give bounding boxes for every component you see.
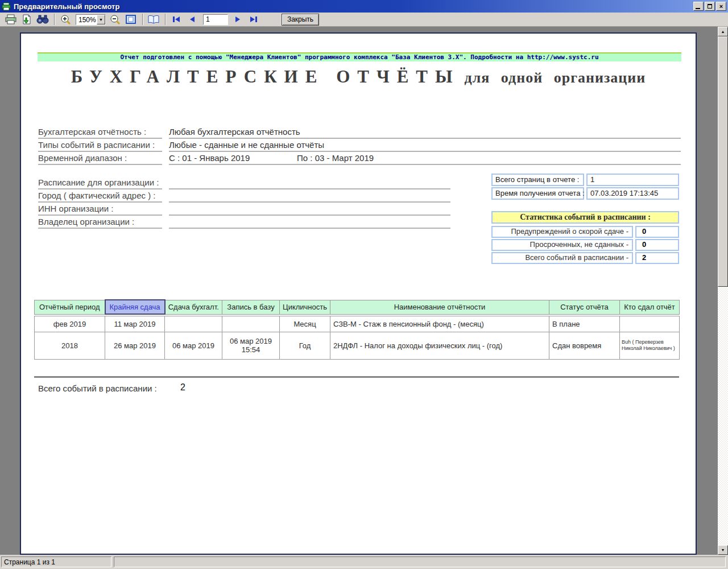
filter-label-event-types: Типы событий в расписании :: [38, 139, 162, 152]
title-bar: Предварительный просмотр ×: [0, 0, 728, 13]
col-header-report-status: Статус отчёта: [549, 300, 620, 314]
org-value-inn: [169, 203, 450, 216]
zoom-in-icon: [60, 14, 71, 24]
first-page-button[interactable]: [169, 13, 184, 26]
minimize-icon: [696, 8, 700, 9]
org-label-schedule: Расписание для организации :: [38, 177, 162, 189]
cell-deadline: 26 мар 2019: [105, 332, 165, 359]
printer-icon: [5, 14, 16, 24]
stats-header: Статистика событий в расписании :: [491, 211, 679, 224]
next-page-button[interactable]: [230, 13, 245, 26]
cell-submitted-by: Buh ( Переверзев Николай Николаевич ): [620, 332, 680, 359]
toolbar: 150% ▼: [0, 13, 728, 27]
prev-page-icon: [189, 16, 195, 23]
filter-value-date-range: С : 01 - Январь 2019 По : 03 - Март 2019: [169, 152, 681, 165]
cell-accounting-submit: 06 мар 2019: [165, 332, 222, 359]
footer-divider: [34, 376, 679, 378]
schedule-table: Отчётный период Крайняя сдача Сдача бухг…: [34, 299, 680, 360]
zoom-level-combo[interactable]: 150% ▼: [76, 14, 106, 25]
window-title: Предварительный просмотр: [14, 2, 693, 11]
org-label-inn: ИНН организации :: [38, 203, 162, 216]
org-label-owner: Владелец организации :: [38, 216, 162, 229]
print-button[interactable]: [3, 13, 18, 26]
org-value-city: [169, 190, 450, 203]
status-bar: Страница 1 из 1: [0, 555, 728, 569]
export-button[interactable]: [19, 13, 34, 26]
col-header-report-name: Наименование отчётности: [330, 300, 549, 314]
whole-page-button[interactable]: [123, 13, 138, 26]
report-time-value: 07.03.2019 17:13:45: [586, 187, 679, 200]
toolbar-separator: [142, 14, 143, 25]
scroll-down-button[interactable]: ▼: [718, 545, 728, 555]
close-icon: ×: [719, 3, 723, 10]
restore-icon: [708, 4, 712, 9]
minimize-button[interactable]: [693, 2, 704, 11]
cell-cycle: Месяц: [280, 316, 330, 332]
table-header-row: Отчётный период Крайняя сдача Сдача бухг…: [35, 300, 680, 314]
org-value-owner: [169, 216, 450, 229]
report-banner: Отчет подготовлен с помощью "Менеджера К…: [38, 52, 681, 61]
col-header-deadline-sorted: Крайняя сдача: [105, 300, 165, 314]
filter-value-event-types: Любые - сданные и не сданные отчёты: [169, 139, 681, 152]
toolbar-separator: [165, 14, 166, 25]
report-page: Отчет подготовлен с помощью "Менеджера К…: [20, 32, 697, 555]
prev-page-button[interactable]: [185, 13, 200, 26]
cell-submitted-by: [620, 316, 680, 332]
col-header-accounting-submit: Сдача бухгалт.: [165, 300, 222, 314]
next-page-icon: [235, 16, 241, 23]
scrollbar-thumb[interactable]: [718, 36, 728, 287]
preview-window: Предварительный просмотр ×: [0, 0, 728, 569]
page-export-icon: [22, 14, 32, 24]
restore-button[interactable]: [705, 2, 715, 11]
first-page-icon: [172, 16, 180, 23]
close-window-button[interactable]: ×: [716, 2, 726, 11]
vertical-scrollbar[interactable]: ▲ ▼: [718, 27, 728, 555]
preview-workspace: Отчет подготовлен с помощью "Менеджера К…: [0, 27, 728, 555]
stats-overdue-value: 0: [635, 239, 679, 251]
cell-cycle: Год: [280, 332, 330, 359]
cell-accounting-submit: [165, 316, 222, 332]
cell-status: В плане: [549, 316, 620, 332]
stats-overdue-label: Просроченных, не сданных -: [491, 239, 633, 251]
table-row: 2018 26 мар 2019 06 мар 2019 06 мар 2019…: [35, 332, 680, 359]
dropdown-arrow-icon[interactable]: ▼: [97, 15, 105, 24]
close-preview-button[interactable]: Закрыть: [282, 14, 319, 26]
pages-total-label: Всего страниц в отчете :: [491, 174, 584, 186]
date-range-to: По : 03 - Март 2019: [297, 152, 374, 164]
toolbar-separator: [54, 14, 55, 25]
stats-warnings-label: Предупреждений о скорой сдаче -: [491, 226, 633, 238]
page-number-input[interactable]: [203, 14, 228, 25]
stats-total-label: Всего событий в расписании -: [491, 252, 633, 264]
zoom-level-value: 150%: [76, 15, 97, 24]
page-setup-button[interactable]: [146, 13, 161, 26]
binoculars-icon: [36, 15, 49, 24]
org-value-schedule: [169, 177, 450, 189]
status-extra-panel: [114, 556, 726, 567]
last-page-icon: [250, 16, 258, 23]
zoom-in-button[interactable]: [58, 13, 73, 26]
book-icon: [148, 15, 159, 24]
col-header-cycle: Цикличность: [280, 300, 330, 314]
cell-period: 2018: [35, 332, 105, 359]
total-events-value: 2: [180, 382, 185, 393]
col-header-db-record: Запись в базу: [222, 300, 280, 314]
find-button[interactable]: [35, 13, 50, 26]
report-title-suffix: для одной организации: [465, 69, 646, 86]
report-title-main: БУХГАЛТЕРСКИЕ ОТЧЁТЫ: [71, 67, 460, 86]
cell-status: Сдан вовремя: [549, 332, 620, 359]
stats-total-value: 2: [635, 252, 679, 264]
scroll-up-button[interactable]: ▲: [718, 27, 728, 36]
table-row: фев 2019 11 мар 2019 Месяц СЗВ-М - Стаж …: [35, 316, 680, 332]
app-icon: [2, 2, 11, 11]
cell-db-record: 06 мар 2019 15:54: [222, 332, 280, 359]
col-header-submitted-by: Кто сдал отчёт: [620, 300, 680, 314]
date-range-from: С : 01 - Январь 2019: [169, 153, 250, 163]
col-header-report-period: Отчётный период: [35, 300, 105, 314]
org-label-city: Город ( фактический адрес ) :: [38, 190, 162, 203]
last-page-button[interactable]: [246, 13, 261, 26]
filter-value-accounting: Любая бухгалтерская отчётность: [169, 126, 681, 139]
filter-label-date-range: Временной диапазон :: [38, 152, 162, 165]
zoom-out-button[interactable]: [107, 13, 122, 26]
cell-db-record: [222, 316, 280, 332]
cell-report-name: СЗВ-М - Стаж в пенсионный фонд - (месяц): [330, 316, 549, 332]
